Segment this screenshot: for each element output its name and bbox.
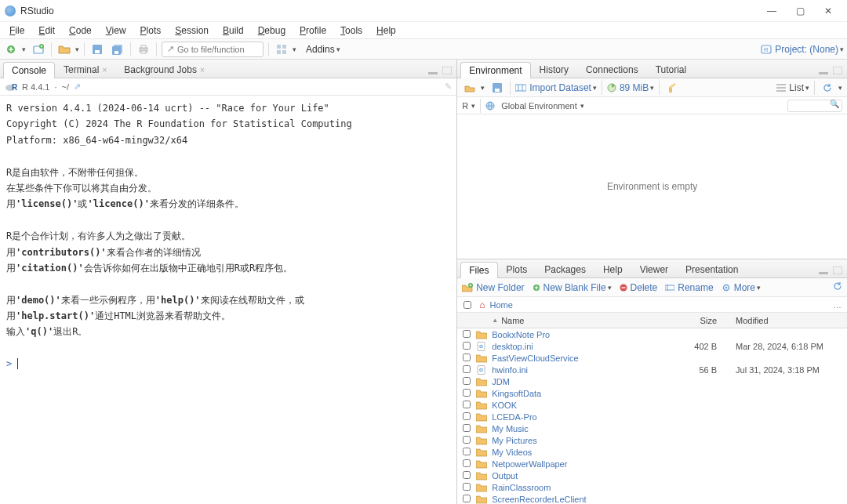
- tab-tutorial[interactable]: Tutorial: [647, 61, 696, 78]
- file-row[interactable]: KOOK: [457, 399, 847, 411]
- minimize-pane-icon[interactable]: [817, 65, 830, 76]
- file-name[interactable]: Output: [492, 471, 518, 480]
- maximize-pane-icon[interactable]: [441, 65, 453, 76]
- menu-debug[interactable]: Debug: [252, 24, 292, 38]
- clear-console-button[interactable]: ✎: [445, 82, 452, 92]
- file-name[interactable]: LCEDA-Pro: [492, 412, 536, 422]
- goto-file-function[interactable]: ↗: [162, 42, 264, 57]
- menu-file[interactable]: File: [3, 24, 31, 38]
- tab-console[interactable]: Console: [3, 62, 55, 78]
- menu-build[interactable]: Build: [216, 24, 250, 38]
- menu-plots[interactable]: Plots: [134, 24, 168, 38]
- caret-icon[interactable]: ▾: [293, 45, 296, 53]
- console-output[interactable]: R version 4.4.1 (2024-06-14 ucrt) -- "Ra…: [0, 96, 456, 504]
- refresh-env-button[interactable]: [820, 80, 835, 96]
- tab-close-icon[interactable]: ×: [102, 66, 107, 74]
- file-row-checkbox[interactable]: [463, 436, 471, 444]
- minimize-pane-icon[interactable]: [427, 65, 439, 76]
- more-button[interactable]: More ▾: [722, 282, 761, 293]
- file-row[interactable]: My Videos: [457, 446, 847, 458]
- file-row[interactable]: KingsoftData: [457, 387, 847, 399]
- file-row-checkbox[interactable]: [463, 495, 471, 502]
- file-row-checkbox[interactable]: [463, 448, 471, 455]
- scope-environment[interactable]: Global Environment: [501, 101, 577, 111]
- tab-help[interactable]: Help: [594, 261, 631, 277]
- file-row[interactable]: Output: [457, 470, 847, 481]
- breadcrumb-more-button[interactable]: …: [833, 300, 842, 310]
- file-name[interactable]: KOOK: [492, 401, 517, 410]
- refresh-files-button[interactable]: [833, 281, 842, 293]
- tab-terminal[interactable]: Terminal×: [55, 61, 115, 78]
- minimize-button[interactable]: —: [758, 0, 786, 22]
- file-row-checkbox[interactable]: [463, 330, 471, 338]
- load-workspace-button[interactable]: [462, 80, 478, 96]
- file-row[interactable]: NetpowerWallpaper: [457, 458, 847, 470]
- file-row-checkbox[interactable]: [463, 377, 471, 385]
- file-name[interactable]: KingsoftData: [492, 389, 541, 398]
- file-name[interactable]: JDM: [492, 377, 510, 386]
- working-dir-arrow-icon[interactable]: ⇗: [74, 82, 81, 92]
- file-row-checkbox[interactable]: [463, 342, 471, 350]
- tab-close-icon[interactable]: ×: [200, 66, 205, 74]
- file-row[interactable]: FastViewCloudService: [457, 352, 847, 364]
- menu-code[interactable]: Code: [63, 24, 98, 38]
- menu-session[interactable]: Session: [169, 24, 215, 38]
- file-name[interactable]: My Music: [492, 424, 528, 433]
- breadcrumb-home[interactable]: Home: [489, 300, 512, 310]
- tab-presentation[interactable]: Presentation: [677, 261, 747, 277]
- save-all-button[interactable]: [110, 42, 125, 57]
- file-row[interactable]: desktop.ini402 BMar 28, 2024, 6:18 PM: [457, 340, 847, 352]
- file-row[interactable]: JDM: [457, 375, 847, 387]
- tab-history[interactable]: History: [531, 61, 577, 78]
- file-name[interactable]: ScreenRecorderLeClient: [492, 495, 586, 504]
- maximize-pane-icon[interactable]: [831, 65, 844, 76]
- caret-icon[interactable]: ▾: [481, 84, 485, 92]
- file-list[interactable]: BookxNote Prodesktop.ini402 BMar 28, 202…: [457, 328, 847, 504]
- file-row-checkbox[interactable]: [463, 389, 471, 397]
- new-blank-file-button[interactable]: New Blank File ▾: [533, 282, 612, 293]
- menu-tools[interactable]: Tools: [334, 24, 369, 38]
- tab-connections[interactable]: Connections: [577, 61, 647, 78]
- file-row-checkbox[interactable]: [463, 354, 471, 361]
- new-file-button[interactable]: [3, 42, 19, 57]
- file-name[interactable]: FastViewCloudService: [492, 354, 578, 363]
- file-row[interactable]: ScreenRecorderLeClient: [457, 493, 847, 504]
- caret-icon[interactable]: ▾: [471, 102, 475, 110]
- view-mode-button[interactable]: List ▾: [776, 82, 809, 93]
- save-button[interactable]: [89, 42, 105, 57]
- file-name[interactable]: BookxNote Pro: [492, 330, 550, 339]
- file-row[interactable]: LCEDA-Pro: [457, 411, 847, 422]
- caret-icon[interactable]: ▾: [75, 45, 79, 53]
- import-dataset-button[interactable]: Import Dataset ▾: [515, 82, 597, 93]
- delete-button[interactable]: Delete: [620, 282, 658, 293]
- open-file-button[interactable]: [56, 42, 72, 57]
- caret-icon[interactable]: ▾: [22, 45, 26, 53]
- print-button[interactable]: [136, 42, 151, 57]
- file-name[interactable]: desktop.ini: [492, 342, 533, 351]
- close-button[interactable]: ✕: [814, 0, 842, 22]
- file-row[interactable]: RainClassroom: [457, 481, 847, 493]
- tab-plots[interactable]: Plots: [498, 261, 536, 277]
- file-row-checkbox[interactable]: [463, 459, 471, 467]
- home-icon[interactable]: ⌂: [479, 299, 485, 310]
- goto-input[interactable]: [177, 45, 258, 54]
- tab-files[interactable]: Files: [460, 262, 497, 278]
- caret-icon[interactable]: ▾: [838, 84, 842, 92]
- tab-packages[interactable]: Packages: [536, 261, 594, 277]
- maximize-button[interactable]: ▢: [786, 0, 814, 22]
- clear-workspace-button[interactable]: [664, 80, 680, 96]
- caret-icon[interactable]: ▾: [580, 102, 584, 110]
- file-row-checkbox[interactable]: [463, 471, 471, 479]
- addins-menu[interactable]: Addins ▾: [301, 44, 345, 55]
- memory-usage-button[interactable]: 89 MiB ▾: [607, 82, 654, 93]
- file-row[interactable]: My Music: [457, 422, 847, 434]
- column-name-header[interactable]: ▲Name: [476, 316, 667, 325]
- file-name[interactable]: My Pictures: [492, 436, 536, 445]
- grid-button[interactable]: [274, 42, 289, 57]
- file-row-checkbox[interactable]: [463, 365, 471, 373]
- column-size-header[interactable]: Size: [667, 316, 729, 325]
- env-search-input[interactable]: [787, 100, 842, 112]
- tab-background-jobs[interactable]: Background Jobs×: [115, 61, 213, 78]
- file-row-checkbox[interactable]: [463, 401, 471, 408]
- select-all-checkbox[interactable]: [463, 301, 471, 309]
